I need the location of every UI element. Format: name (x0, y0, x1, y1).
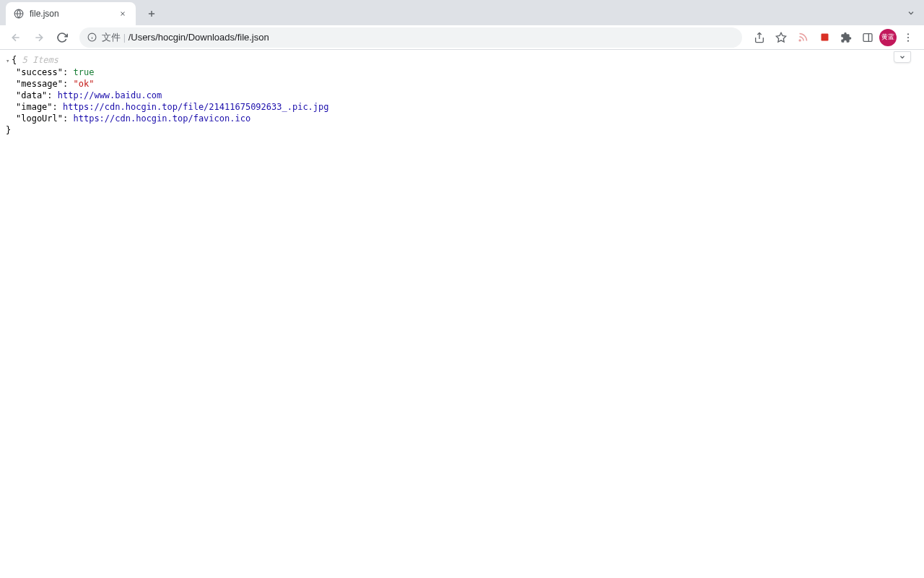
new-tab-button[interactable] (141, 4, 162, 24)
kebab-menu-icon[interactable] (898, 27, 918, 48)
rss-icon[interactable] (793, 27, 813, 48)
svg-rect-5 (863, 33, 872, 41)
extension-icon[interactable] (814, 27, 834, 48)
tab-title: file.json (30, 9, 112, 19)
json-entry: "message": "ok" (6, 78, 918, 90)
close-icon[interactable] (117, 8, 128, 20)
chevron-down-icon[interactable] (894, 51, 911, 63)
svg-point-8 (907, 36, 909, 38)
back-button[interactable] (6, 27, 26, 48)
json-link[interactable]: http://www.baidu.com (58, 90, 162, 100)
json-entry: "logoUrl": https://cdn.hocgin.top/favico… (6, 113, 918, 124)
json-viewer: ▾{ 5 Items "success": true"message": "ok… (0, 50, 924, 140)
omnibox-text: 文件 | /Users/hocgin/Downloads/file.json (102, 31, 269, 44)
site-info-icon[interactable] (87, 33, 97, 43)
share-icon[interactable] (749, 27, 770, 48)
json-entry: "data": http://www.baidu.com (6, 90, 918, 101)
json-link[interactable]: https://cdn.hocgin.top/favicon.ico (74, 113, 251, 124)
tab-strip: file.json (0, 0, 924, 25)
toolbar-actions: 黄蓝 (749, 27, 918, 48)
toolbar: 文件 | /Users/hocgin/Downloads/file.json 黄… (0, 25, 924, 50)
svg-point-9 (907, 40, 909, 41)
json-link[interactable]: https://cdn.hocgin.top/file/214116750926… (63, 102, 328, 112)
svg-point-3 (799, 40, 801, 41)
side-panel-icon[interactable] (858, 27, 878, 48)
json-open-brace: ▾{ 5 Items (6, 54, 918, 66)
bookmark-star-icon[interactable] (771, 27, 791, 48)
address-bar[interactable]: 文件 | /Users/hocgin/Downloads/file.json (79, 27, 742, 48)
svg-point-7 (907, 33, 909, 35)
forward-button[interactable] (29, 27, 49, 48)
svg-marker-2 (776, 33, 785, 42)
tabs-dropdown-button[interactable] (904, 6, 918, 20)
extensions-puzzle-icon[interactable] (836, 27, 856, 48)
globe-icon (13, 8, 25, 20)
reload-button[interactable] (52, 27, 72, 48)
profile-avatar[interactable]: 黄蓝 (879, 29, 897, 46)
json-entry: "success": true (6, 66, 918, 78)
svg-rect-4 (821, 34, 828, 41)
caret-icon[interactable]: ▾ (6, 55, 12, 66)
json-entry: "image": https://cdn.hocgin.top/file/214… (6, 101, 918, 113)
browser-tab[interactable]: file.json (6, 2, 136, 25)
json-close-brace: } (6, 124, 918, 136)
